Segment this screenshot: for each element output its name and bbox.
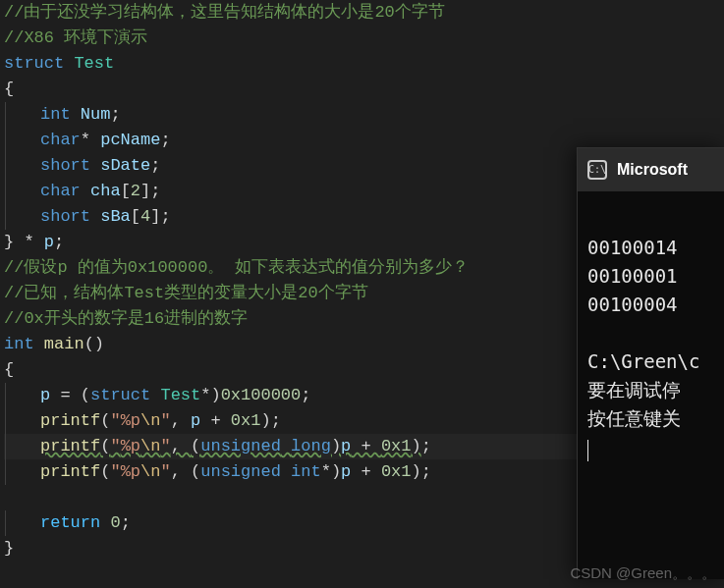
type-name: Test [74,54,114,73]
watermark: CSDN @Green。。。 [570,561,716,586]
keyword-return: return [40,513,100,532]
terminal-titlebar[interactable]: C:\ Microsoft [578,148,724,191]
comment: //0x开头的数字是16进制的数字 [4,309,248,328]
var-p: p [40,386,50,404]
keyword-short: short [40,156,90,175]
terminal-cursor [587,440,588,461]
keyword-char: char [40,131,81,149]
keyword-int: int [40,105,71,124]
comment: //由于还没学习结构体，这里告知结构体的大小是20个字节 [4,3,445,22]
terminal-window[interactable]: C:\ Microsoft 00100014 00100001 00100004… [577,147,724,579]
code-line: { [4,77,724,102]
brace-open: { [4,80,14,98]
keyword-short: short [40,207,90,226]
brace-open: { [4,360,14,379]
func-printf: printf [40,462,100,481]
terminal-msg: 要在调试停 [587,379,681,401]
field-num: Num [81,105,111,124]
comment: //假设p 的值为0x100000。 如下表表达式的值分别为多少？ [4,258,469,277]
keyword-struct: struct [4,54,64,73]
terminal-body[interactable]: 00100014 00100001 00100004 C:\Green\c 要在… [578,191,724,490]
terminal-msg: 按任意键关 [587,407,681,429]
field-cha: cha [90,182,121,200]
brace-close: } [4,233,14,251]
code-line: //由于还没学习结构体，这里告知结构体的大小是20个字节 [4,0,724,26]
terminal-path: C:\Green\c [587,350,699,372]
func-printf: printf [40,437,100,455]
terminal-output-line: 00100004 [587,294,678,315]
brace-close: } [4,539,14,558]
code-line: struct Test [4,51,724,77]
keyword-int: int [4,335,34,353]
comment: //已知，结构体Test类型的变量大小是20个字节 [4,284,368,302]
field-pcname: pcName [100,131,160,149]
func-main: main [44,335,84,353]
field-sba: sBa [100,207,131,226]
terminal-icon: C:\ [587,160,607,180]
terminal-title: Microsoft [617,157,688,183]
code-line: //X86 环境下演示 [4,26,724,51]
code-line: int Num; [4,102,724,128]
keyword-char: char [40,182,81,200]
comment: //X86 环境下演示 [4,28,147,47]
var-p: p [44,233,54,251]
func-printf: printf [40,411,100,430]
field-sdate: sDate [100,156,150,175]
hex-address: 0x100000 [221,386,302,404]
terminal-output-line: 00100001 [587,265,678,287]
terminal-output-line: 00100014 [587,237,678,258]
